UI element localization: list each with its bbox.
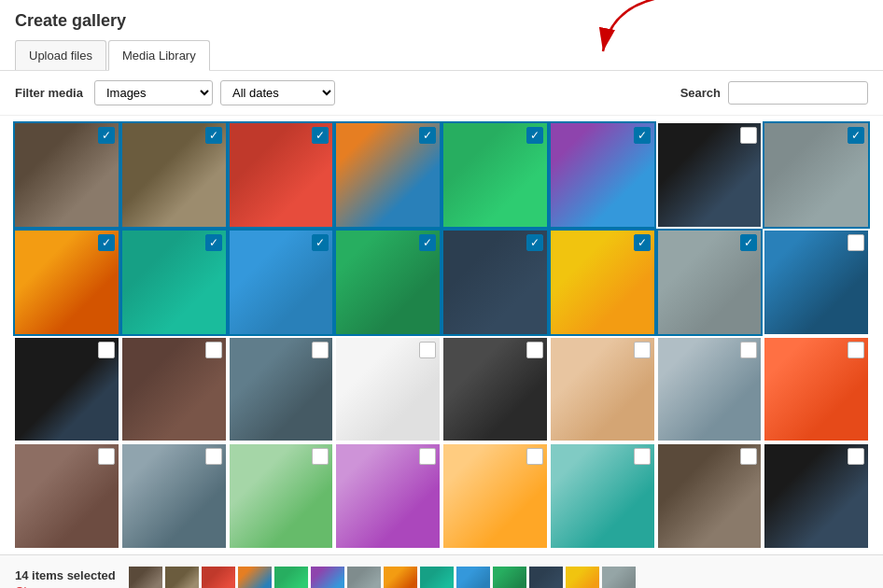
- filter-type-select[interactable]: Images All media types Audio Video: [94, 80, 213, 105]
- thumb-checkbox[interactable]: [634, 448, 651, 465]
- gallery-item[interactable]: ✓: [336, 231, 440, 334]
- selected-thumb-item: [165, 567, 199, 589]
- gallery-item[interactable]: ✓: [122, 123, 226, 227]
- gallery-item[interactable]: [764, 231, 868, 334]
- thumb-checkbox[interactable]: [848, 342, 864, 358]
- gallery-item[interactable]: [122, 444, 226, 548]
- filter-label: Filter media: [15, 86, 83, 100]
- selected-thumb-item: [602, 567, 636, 589]
- filter-group: Filter media Images All media types Audi…: [15, 80, 335, 105]
- gallery-item[interactable]: ✓: [15, 231, 119, 334]
- thumb-checkbox[interactable]: [526, 342, 543, 358]
- gallery-item[interactable]: ✓: [658, 231, 762, 334]
- selected-thumb-item: [129, 567, 162, 589]
- gallery-item[interactable]: ✓: [764, 123, 868, 227]
- gallery-item[interactable]: [336, 444, 440, 548]
- gallery-item[interactable]: [230, 338, 333, 441]
- thumb-checkbox[interactable]: [526, 448, 543, 465]
- thumb-checkbox[interactable]: [312, 448, 329, 465]
- selected-count: 14 items selected: [15, 568, 118, 582]
- thumb-checkbox[interactable]: ✓: [740, 234, 757, 251]
- thumb-checkbox[interactable]: [98, 342, 115, 358]
- thumb-checkbox[interactable]: ✓: [419, 127, 436, 144]
- tab-bar: Upload files Media Library: [15, 40, 868, 70]
- thumb-checkbox[interactable]: [205, 342, 222, 358]
- gallery-item[interactable]: [658, 123, 762, 227]
- gallery-item[interactable]: ✓: [551, 231, 654, 334]
- thumb-checkbox[interactable]: [419, 448, 436, 465]
- search-input[interactable]: [728, 81, 868, 105]
- selected-thumb-item: [311, 567, 344, 589]
- selected-thumb-item: [384, 567, 417, 589]
- thumb-checkbox[interactable]: [848, 234, 864, 251]
- thumb-checkbox[interactable]: ✓: [205, 127, 222, 144]
- tab-upload[interactable]: Upload files: [15, 40, 106, 70]
- toolbar: Filter media Images All media types Audi…: [0, 71, 883, 116]
- selected-thumb-item: [202, 567, 235, 589]
- gallery-area: ✓✓✓✓✓✓✓✓✓✓✓✓✓✓: [0, 116, 883, 554]
- thumb-checkbox[interactable]: [98, 448, 115, 465]
- search-group: Search: [680, 81, 868, 105]
- filter-date-select[interactable]: All dates January 2024 February 2024: [220, 80, 335, 105]
- gallery-item[interactable]: [336, 338, 440, 441]
- gallery-item[interactable]: [15, 444, 119, 548]
- selected-thumb-item: [238, 567, 272, 589]
- gallery-grid: ✓✓✓✓✓✓✓✓✓✓✓✓✓✓: [15, 123, 868, 548]
- gallery-item[interactable]: ✓: [551, 123, 654, 227]
- gallery-item[interactable]: ✓: [230, 231, 333, 334]
- selected-thumb-item: [347, 567, 381, 589]
- gallery-item[interactable]: [443, 444, 547, 548]
- gallery-item[interactable]: ✓: [443, 231, 547, 334]
- gallery-item[interactable]: ✓: [122, 231, 226, 334]
- selected-thumb-item: [566, 567, 599, 589]
- gallery-item[interactable]: ✓: [230, 123, 333, 227]
- bottom-bar: 14 items selected Clear: [0, 554, 883, 588]
- thumb-checkbox[interactable]: [740, 342, 757, 358]
- page-header: Create gallery Upload files Media Librar…: [0, 0, 883, 71]
- selected-thumb-item: [274, 567, 308, 589]
- gallery-item[interactable]: ✓: [443, 123, 547, 227]
- thumb-checkbox[interactable]: ✓: [848, 127, 864, 144]
- thumb-checkbox[interactable]: [419, 342, 436, 358]
- thumb-checkbox[interactable]: [848, 448, 864, 465]
- thumb-checkbox[interactable]: [740, 448, 757, 465]
- thumb-checkbox[interactable]: ✓: [98, 234, 115, 251]
- clear-button[interactable]: Clear: [15, 584, 129, 589]
- gallery-item[interactable]: [551, 338, 654, 441]
- gallery-item[interactable]: [658, 338, 762, 441]
- thumb-checkbox[interactable]: ✓: [419, 234, 436, 251]
- gallery-item[interactable]: [551, 444, 654, 548]
- tab-media-library[interactable]: Media Library: [108, 40, 210, 71]
- thumb-checkbox[interactable]: ✓: [312, 234, 329, 251]
- thumb-checkbox[interactable]: ✓: [526, 127, 543, 144]
- thumb-checkbox[interactable]: ✓: [98, 127, 115, 144]
- gallery-item[interactable]: [122, 338, 226, 441]
- thumb-checkbox[interactable]: [634, 342, 651, 358]
- gallery-item[interactable]: [443, 338, 547, 441]
- arrow-indicator: [584, 0, 696, 65]
- gallery-item[interactable]: [15, 338, 119, 441]
- thumb-checkbox[interactable]: [312, 342, 329, 358]
- selected-thumb-item: [529, 567, 563, 589]
- selected-thumb-item: [456, 567, 490, 589]
- thumb-checkbox[interactable]: ✓: [312, 127, 329, 144]
- page-title: Create gallery: [15, 11, 868, 31]
- gallery-item[interactable]: [764, 444, 868, 548]
- thumb-checkbox[interactable]: ✓: [205, 234, 222, 251]
- gallery-item[interactable]: [230, 444, 333, 548]
- thumb-checkbox[interactable]: ✓: [634, 234, 651, 251]
- gallery-item[interactable]: ✓: [336, 123, 440, 227]
- selected-thumb-item: [420, 567, 454, 589]
- search-label: Search: [680, 86, 721, 100]
- gallery-item[interactable]: [764, 338, 868, 441]
- selected-thumb-item: [493, 567, 526, 589]
- thumb-checkbox[interactable]: [740, 127, 757, 144]
- selected-thumbnails: [129, 567, 636, 589]
- thumb-checkbox[interactable]: ✓: [634, 127, 651, 144]
- thumb-checkbox[interactable]: ✓: [526, 234, 543, 251]
- gallery-item[interactable]: [658, 444, 762, 548]
- gallery-item[interactable]: ✓: [15, 123, 119, 227]
- thumb-checkbox[interactable]: [205, 448, 222, 465]
